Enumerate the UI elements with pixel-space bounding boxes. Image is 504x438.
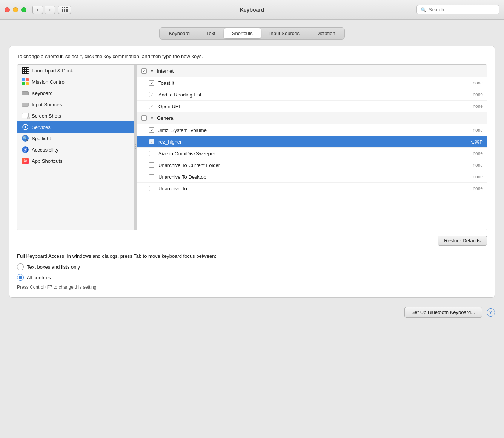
- checkbox-internet[interactable]: ✓: [140, 67, 148, 75]
- triangle-internet: ▼: [150, 69, 154, 73]
- checkbox-general[interactable]: −: [140, 114, 148, 122]
- shortcut-row-omni[interactable]: Size in OmniDiskSweeper none: [137, 147, 487, 159]
- checkbox-add-reading-list[interactable]: ✓: [148, 91, 155, 98]
- sidebar-item-app-shortcuts[interactable]: ⌘ App Shortcuts: [17, 155, 134, 167]
- shortcut-key-add-reading-list: none: [460, 92, 483, 97]
- checkbox-jimz-box: ✓: [149, 127, 154, 133]
- keyboard-icon: [22, 90, 29, 96]
- sidebar-item-screen-shots[interactable]: Screen Shots: [17, 110, 134, 121]
- sidebar-label-spotlight: Spotlight: [32, 136, 51, 141]
- input-sources-icon: [22, 101, 29, 108]
- checkbox-add-reading-list-box: ✓: [149, 92, 154, 97]
- grid-button[interactable]: [58, 6, 71, 14]
- sidebar-label-screen-shots: Screen Shots: [32, 113, 61, 119]
- close-button[interactable]: [5, 7, 10, 12]
- checkbox-unarchive-current[interactable]: [148, 161, 155, 169]
- help-button[interactable]: ?: [487, 308, 495, 317]
- bottom-bar: Set Up Bluetooth Keyboard... ?: [9, 307, 495, 318]
- shortcut-name-open-url: Open URL: [158, 104, 457, 109]
- sidebar-item-mission-control[interactable]: Mission Control: [17, 76, 134, 87]
- shortcut-name-omni: Size in OmniDiskSweeper: [158, 151, 457, 156]
- radio-text-boxes[interactable]: Text boxes and lists only: [17, 263, 487, 270]
- tab-shortcuts[interactable]: Shortcuts: [224, 28, 261, 38]
- checkbox-omni[interactable]: [148, 150, 155, 157]
- keyboard-access-label: Full Keyboard Access: In windows and dia…: [17, 253, 487, 259]
- sidebar-list: Launchpad & Dock Mission Control: [17, 65, 134, 230]
- bluetooth-keyboard-button[interactable]: Set Up Bluetooth Keyboard...: [404, 307, 482, 318]
- shortcut-row-unarchive-desktop[interactable]: Unarchive To Desktop none: [137, 171, 487, 182]
- maximize-button[interactable]: [21, 7, 26, 12]
- keyboard-access-section: Full Keyboard Access: In windows and dia…: [17, 253, 487, 290]
- sidebar-item-launchpad[interactable]: Launchpad & Dock: [17, 65, 134, 76]
- shortcut-key-jimz: none: [460, 127, 483, 133]
- checkbox-rez-higher[interactable]: ✓: [148, 138, 155, 145]
- shortcuts-layout: Launchpad & Dock Mission Control: [17, 64, 487, 230]
- checkbox-general-box: −: [141, 115, 147, 121]
- shortcut-row-unarchive-current[interactable]: Unarchive To Current Folder none: [137, 159, 487, 171]
- radio-label-all-controls: All controls: [27, 275, 51, 280]
- tab-input-sources[interactable]: Input Sources: [261, 28, 308, 38]
- shortcut-row-rez-higher[interactable]: ✓ rez_higher ⌥⌘P: [137, 136, 487, 147]
- sidebar-label-launchpad: Launchpad & Dock: [32, 68, 73, 74]
- checkbox-rez-higher-box: ✓: [149, 139, 154, 144]
- shortcut-name-add-reading-list: Add to Reading List: [158, 92, 457, 98]
- spotlight-icon: 🔍: [22, 135, 29, 142]
- shortcut-key-omni: none: [460, 151, 483, 156]
- sidebar-label-services: Services: [32, 124, 51, 130]
- checkbox-internet-box: ✓: [141, 68, 147, 74]
- sidebar-item-keyboard[interactable]: Keyboard: [17, 87, 134, 99]
- settings-panel: To change a shortcut, select it, click t…: [9, 46, 495, 298]
- tab-text[interactable]: Text: [198, 28, 224, 38]
- checkbox-toast-it[interactable]: ✓: [148, 79, 155, 87]
- accessibility-icon: ♿: [22, 146, 29, 153]
- minimize-button[interactable]: [13, 7, 18, 12]
- tab-keyboard[interactable]: Keyboard: [160, 28, 198, 38]
- shortcuts-list: ✓ ▼ Internet ✓ Toast It none ✓: [137, 65, 487, 230]
- checkbox-open-url[interactable]: ✓: [148, 103, 155, 110]
- group-label-general: General: [157, 115, 174, 121]
- drag-dots: [135, 144, 136, 151]
- nav-buttons: ‹ ›: [32, 6, 55, 14]
- back-button[interactable]: ‹: [32, 6, 43, 14]
- group-header-internet: ✓ ▼ Internet: [137, 65, 487, 77]
- search-box[interactable]: 🔍: [416, 5, 499, 14]
- checkbox-unarchive-desktop[interactable]: [148, 173, 155, 181]
- shortcut-row-toast-it[interactable]: ✓ Toast It none: [137, 77, 487, 89]
- tab-dictation[interactable]: Dictation: [308, 28, 344, 38]
- shortcut-row-open-url[interactable]: ✓ Open URL none: [137, 100, 487, 112]
- sidebar-item-spotlight[interactable]: 🔍 Spotlight: [17, 133, 134, 144]
- radio-btn-all-controls[interactable]: [17, 274, 24, 281]
- shortcut-name-unarchive-to: Unarchive To...: [158, 186, 457, 191]
- checkbox-jimz[interactable]: ✓: [148, 126, 155, 134]
- traffic-lights: [5, 7, 26, 12]
- radio-all-controls[interactable]: All controls: [17, 274, 487, 281]
- restore-defaults-button[interactable]: Restore Defaults: [438, 236, 487, 246]
- sidebar-item-accessibility[interactable]: ♿ Accessibility: [17, 144, 134, 155]
- sidebar-label-accessibility: Accessibility: [32, 147, 58, 153]
- search-icon: 🔍: [421, 7, 426, 12]
- shortcut-row-add-reading-list[interactable]: ✓ Add to Reading List none: [137, 89, 487, 100]
- checkbox-toast-it-box: ✓: [149, 80, 154, 86]
- shortcut-row-unarchive-to[interactable]: Unarchive To... none: [137, 182, 487, 194]
- checkbox-unarchive-to[interactable]: [148, 185, 155, 192]
- shortcut-name-jimz: Jimz_System_Volume: [158, 127, 457, 133]
- group-label-internet: Internet: [157, 68, 174, 74]
- sidebar-label-app-shortcuts: App Shortcuts: [32, 158, 63, 164]
- app-shortcuts-icon: ⌘: [22, 158, 29, 164]
- checkbox-omni-box: [149, 151, 154, 156]
- checkbox-unarchive-desktop-box: [149, 174, 154, 179]
- forward-button[interactable]: ›: [45, 6, 55, 14]
- shortcut-row-jimz[interactable]: ✓ Jimz_System_Volume none: [137, 124, 487, 136]
- search-input[interactable]: [429, 7, 495, 12]
- checkbox-unarchive-current-box: [149, 162, 154, 168]
- radio-btn-text-boxes[interactable]: [17, 263, 24, 270]
- triangle-general: ▼: [150, 116, 154, 120]
- sidebar-item-input-sources[interactable]: Input Sources: [17, 99, 134, 110]
- shortcut-name-unarchive-current: Unarchive To Current Folder: [158, 162, 457, 168]
- grid-icon: [62, 7, 68, 12]
- shortcut-key-unarchive-current: none: [460, 162, 483, 168]
- sidebar-item-services[interactable]: Services: [17, 121, 134, 133]
- shortcut-key-rez-higher: ⌥⌘P: [460, 139, 483, 145]
- shortcut-name-rez-higher: rez_higher: [158, 139, 457, 145]
- group-header-general: − ▼ General: [137, 112, 487, 124]
